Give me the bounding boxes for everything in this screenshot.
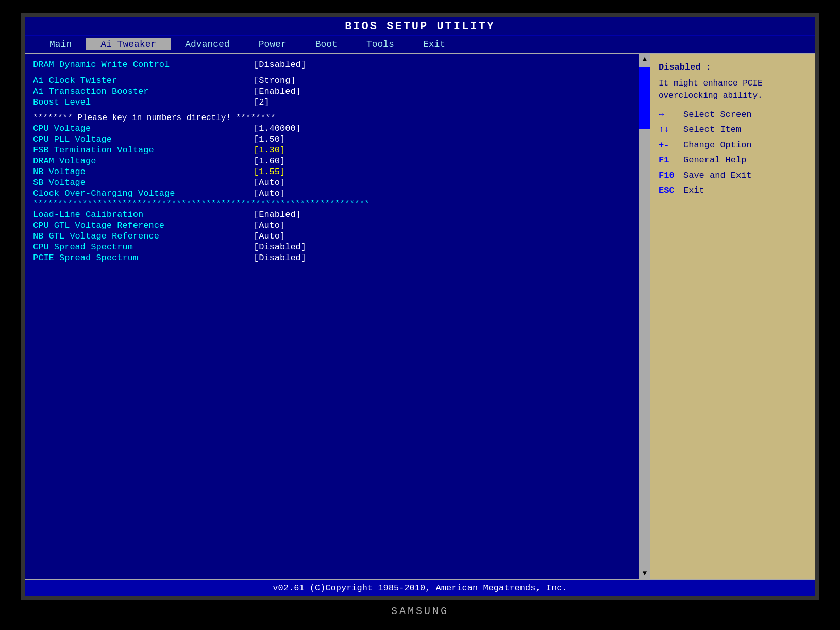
help-key-symbol: F1 [659,154,683,167]
setting-name: NB Voltage [33,167,249,177]
setting-value: [Auto] [254,231,285,241]
setting-value: [1.30] [254,145,285,155]
setting-row: CPU PLL Voltage[1.50] [33,134,631,144]
setting-name: SB Voltage [33,178,249,188]
help-key-symbol: ↔ [659,108,683,122]
menu-item-main[interactable]: Main [35,38,86,50]
setting-row: Clock Over-Charging Voltage[Auto] [33,189,631,198]
bios-window: BIOS SETUP UTILITY MainAi TweakerAdvance… [21,13,819,600]
menu-item-exit[interactable]: Exit [409,38,460,50]
setting-value: [1.50] [254,134,285,144]
settings-panel: DRAM Dynamic Write Control[Disabled]Ai C… [25,54,639,579]
help-key-symbol: +- [659,139,683,152]
bottom-bar: v02.61 (C)Copyright 1985-2010, American … [25,579,815,596]
please-key-row: ******** Please key in numbers directly!… [33,113,631,123]
setting-value: [Disabled] [254,242,306,252]
setting-name: CPU Spread Spectrum [33,242,249,252]
setting-name: DRAM Voltage [33,156,249,166]
scroll-up-arrow[interactable]: ▲ [639,54,650,65]
help-key-description: Exit [683,184,704,197]
brand-label: SAMSUNG [391,605,449,617]
help-key-row: ↑↓Select Item [659,123,807,137]
scroll-down-arrow[interactable]: ▼ [639,568,650,579]
setting-row: CPU Voltage[1.40000] [33,124,631,133]
setting-row: Load-Line Calibration[Enabled] [33,210,631,219]
content-area: DRAM Dynamic Write Control[Disabled]Ai C… [25,54,815,579]
bios-title: BIOS SETUP UTILITY [345,20,495,33]
help-key-symbol: F10 [659,169,683,182]
setting-value: [Enabled] [254,210,301,219]
setting-value: [1.55] [254,167,285,177]
footer-text: v02.61 (C)Copyright 1985-2010, American … [273,583,567,593]
divider-row: ****************************************… [33,199,631,209]
setting-value: [Disabled] [254,253,306,263]
help-title: Disabled : [659,61,807,74]
menu-item-tools[interactable]: Tools [352,38,409,50]
setting-value: [Auto] [254,220,285,230]
setting-name: CPU GTL Voltage Reference [33,220,249,230]
setting-value: [Auto] [254,178,285,188]
setting-name: FSB Termination Voltage [33,145,249,155]
setting-name: PCIE Spread Spectrum [33,253,249,263]
setting-row: CPU Spread Spectrum[Disabled] [33,242,631,252]
setting-row: PCIE Spread Spectrum[Disabled] [33,253,631,263]
menu-item-ai-tweaker[interactable]: Ai Tweaker [86,38,171,50]
help-description: It might enhance PCIE overclocking abili… [659,77,807,102]
setting-row: FSB Termination Voltage[1.30] [33,145,631,155]
setting-name: Ai Clock Twister [33,76,249,86]
setting-name: CPU PLL Voltage [33,134,249,144]
menu-item-advanced[interactable]: Advanced [171,38,244,50]
help-key-row: +-Change Option [659,139,807,152]
help-key-row: ↔Select Screen [659,108,807,122]
help-key-row: F1General Help [659,154,807,167]
setting-value: [Auto] [254,189,285,198]
setting-row: Ai Transaction Booster[Enabled] [33,87,631,96]
help-key-description: Change Option [683,139,752,152]
scrollbar-track: ▲ ▼ [639,54,650,579]
setting-value: [1.60] [254,156,285,166]
setting-row: DRAM Dynamic Write Control[Disabled] [33,60,631,70]
help-panel: Disabled : It might enhance PCIE overclo… [650,54,815,579]
setting-name: Load-Line Calibration [33,210,249,219]
setting-row: NB Voltage[1.55] [33,167,631,177]
setting-row: Boost Level[2] [33,97,631,107]
setting-value: [1.40000] [254,124,301,133]
setting-name: NB GTL Voltage Reference [33,231,249,241]
setting-value: [Disabled] [254,60,306,70]
help-key-description: General Help [683,154,746,167]
help-key-description: Select Item [683,123,741,137]
setting-value: [Enabled] [254,87,301,96]
help-keys: ↔Select Screen↑↓Select Item+-Change Opti… [659,108,807,197]
setting-name: Boost Level [33,97,249,107]
setting-row: NB GTL Voltage Reference[Auto] [33,231,631,241]
title-bar: BIOS SETUP UTILITY [25,17,815,36]
menu-item-boot[interactable]: Boot [301,38,352,50]
help-key-row: ESCExit [659,184,807,197]
setting-name: CPU Voltage [33,124,249,133]
setting-name: Ai Transaction Booster [33,87,249,96]
help-key-row: F10Save and Exit [659,169,807,182]
menu-item-power[interactable]: Power [244,38,301,50]
help-key-symbol: ↑↓ [659,123,683,137]
setting-value: [2] [254,97,270,107]
setting-row: Ai Clock Twister[Strong] [33,76,631,86]
setting-row: DRAM Voltage[1.60] [33,156,631,166]
menu-bar: MainAi TweakerAdvancedPowerBootToolsExit [25,36,815,54]
setting-value: [Strong] [254,76,296,86]
setting-row: SB Voltage[Auto] [33,178,631,188]
scrollbar-thumb[interactable] [639,67,650,129]
setting-name: DRAM Dynamic Write Control [33,60,249,70]
setting-name: Clock Over-Charging Voltage [33,189,249,198]
help-key-description: Select Screen [683,108,752,122]
help-key-description: Save and Exit [683,169,752,182]
help-key-symbol: ESC [659,184,683,197]
setting-row: CPU GTL Voltage Reference[Auto] [33,220,631,230]
